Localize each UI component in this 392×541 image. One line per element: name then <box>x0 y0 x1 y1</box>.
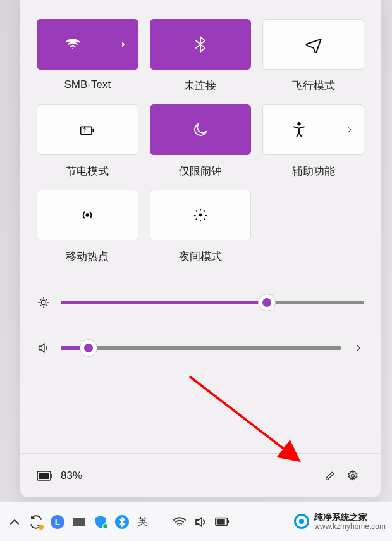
svg-rect-0 <box>81 127 92 134</box>
tile-label: 移动热点 <box>66 249 109 264</box>
battery-text: 83% <box>61 469 82 482</box>
svg-point-2 <box>298 123 300 125</box>
tile-bluetooth[interactable] <box>150 19 252 70</box>
accessibility-icon <box>290 121 308 139</box>
moon-icon <box>192 121 209 139</box>
tile-label: 夜间模式 <box>179 249 222 264</box>
watermark-title: 纯净系统之家 <box>314 513 386 522</box>
battery-tray-icon[interactable] <box>214 514 231 530</box>
chevron-right-icon <box>119 40 128 49</box>
volume-icon <box>37 341 51 355</box>
tile-accessibility-expand[interactable] <box>334 125 364 134</box>
tile-focus[interactable] <box>150 104 252 155</box>
gear-icon <box>346 469 359 482</box>
tile-wifi-toggle[interactable] <box>37 35 109 53</box>
volume-slider-row <box>37 341 364 355</box>
tiles-grid: SMB-Text 未连接 飞行模式 节电模式 仅限闹钟 <box>37 19 364 264</box>
brightness-fill <box>61 301 267 304</box>
volume-slider[interactable] <box>61 346 341 350</box>
tile-label: 辅助功能 <box>292 164 335 178</box>
battery-saver-icon <box>78 121 96 139</box>
tile-accessibility-wrap: 辅助功能 <box>262 104 364 178</box>
svg-point-5 <box>41 300 46 304</box>
tile-airplane-wrap: 飞行模式 <box>262 19 364 93</box>
volume-tray-icon[interactable] <box>193 514 209 530</box>
tray-expand-icon[interactable] <box>6 514 23 530</box>
tile-accessibility[interactable] <box>262 104 364 155</box>
tile-nightlight-wrap: 夜间模式 <box>150 190 252 264</box>
svg-rect-7 <box>39 473 49 479</box>
chevron-right-icon <box>345 125 354 134</box>
tile-hotspot-wrap: 移动热点 <box>37 190 138 264</box>
bluetooth-icon <box>192 35 209 53</box>
brightness-icon <box>37 295 51 309</box>
tray-keyboard-icon[interactable] <box>71 514 87 530</box>
taskbar: L 英 纯净系统之家 www.kzmyhome.com <box>0 502 392 541</box>
sync-icon[interactable] <box>28 514 44 530</box>
edit-button[interactable] <box>319 464 341 487</box>
tile-wifi-wrap: SMB-Text <box>37 19 138 93</box>
tile-label: 仅限闹钟 <box>179 164 222 178</box>
security-icon[interactable] <box>92 514 109 530</box>
tray-app-icon[interactable]: L <box>49 514 66 530</box>
wifi-tray-icon[interactable] <box>171 514 188 530</box>
watermark-url: www.kzmyhome.com <box>314 523 386 531</box>
svg-point-9 <box>352 474 355 477</box>
brightness-slider[interactable] <box>61 301 364 304</box>
wifi-icon <box>64 35 82 53</box>
tile-hotspot[interactable] <box>37 190 138 240</box>
bluetooth-tray-icon[interactable] <box>114 514 130 530</box>
watermark-logo-icon <box>294 514 309 529</box>
sliders <box>37 295 364 355</box>
tile-label: SMB-Text <box>64 78 111 91</box>
svg-rect-16 <box>217 519 225 524</box>
nightlight-icon <box>192 206 209 224</box>
tile-label: 飞行模式 <box>292 78 335 93</box>
tile-battery-saver-wrap: 节电模式 <box>37 104 138 178</box>
hotspot-icon <box>78 206 96 224</box>
tile-wifi[interactable] <box>37 19 138 70</box>
volume-thumb[interactable] <box>80 339 97 357</box>
battery-icon <box>37 470 53 482</box>
tile-battery-saver[interactable] <box>37 104 138 155</box>
settings-button[interactable] <box>341 464 364 487</box>
quick-settings-panel: SMB-Text 未连接 飞行模式 节电模式 仅限闹钟 <box>20 0 381 497</box>
volume-expand-icon[interactable] <box>353 342 364 354</box>
tile-airplane[interactable] <box>262 19 364 70</box>
svg-text:L: L <box>55 517 61 527</box>
brightness-thumb[interactable] <box>258 294 276 311</box>
tile-wifi-expand[interactable] <box>109 40 138 49</box>
tile-bluetooth-wrap: 未连接 <box>150 19 252 93</box>
pencil-icon <box>324 469 336 482</box>
tile-label: 未连接 <box>184 78 216 93</box>
panel-footer: 83% <box>20 453 381 497</box>
svg-point-3 <box>87 214 89 216</box>
airplane-icon <box>305 35 322 53</box>
ime-indicator[interactable]: 英 <box>138 516 147 528</box>
tile-nightlight[interactable] <box>150 190 252 240</box>
battery-status[interactable]: 83% <box>37 469 82 482</box>
tile-accessibility-toggle[interactable] <box>263 121 334 139</box>
tile-focus-wrap: 仅限闹钟 <box>150 104 252 178</box>
watermark: 纯净系统之家 www.kzmyhome.com <box>294 513 386 531</box>
svg-rect-13 <box>73 518 85 526</box>
brightness-slider-row <box>37 295 364 309</box>
tile-label: 节电模式 <box>66 164 109 178</box>
svg-point-4 <box>199 214 201 216</box>
